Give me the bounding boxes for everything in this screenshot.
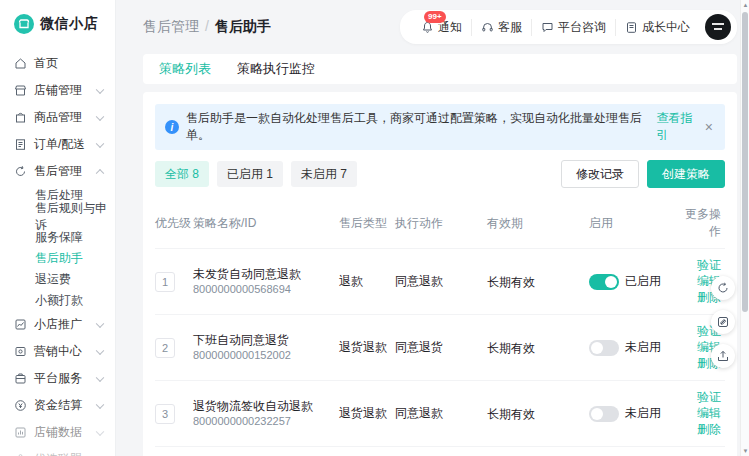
table-row: 3 退货物流签收自动退款8000000000232257 退货退款 同意退款 长…	[155, 380, 725, 446]
table-row: 2 下班自动同意退货8000000000152002 退货退款 同意退货 长期有…	[155, 314, 725, 380]
app-window: 微信小店 首页 店铺管理 商品管理 订单/配送	[0, 0, 749, 456]
close-icon[interactable]: ×	[703, 119, 715, 135]
main-area: 售后管理/售后助手 通知 99+ 客服 平台咨询 成长中心	[116, 0, 749, 456]
sidebar-subitem-small-payment[interactable]: 小额打款	[0, 290, 115, 311]
strategy-name: 退货物流签收自动退款	[193, 398, 339, 414]
chevron-down-icon	[96, 427, 104, 435]
verify-link[interactable]: 验证	[697, 390, 721, 405]
sidebar-item-promotion[interactable]: 小店推广	[0, 311, 115, 338]
sidebar-subitem-aftersale-assistant[interactable]: 售后助手	[0, 248, 115, 269]
filter-all[interactable]: 全部 8	[155, 161, 209, 187]
headset-icon	[481, 21, 494, 34]
exec-action: 同意退款	[395, 273, 487, 290]
sidebar-item-orders[interactable]: 订单/配送	[0, 131, 115, 158]
sidebar-item-aftersale-mgmt[interactable]: 售后管理	[0, 158, 115, 185]
aftersale-refresh-icon	[14, 165, 27, 178]
view-guide-link[interactable]: 查看指引	[656, 110, 702, 144]
chevron-up-icon	[96, 168, 104, 176]
tab-strategy-monitor[interactable]: 策略执行监控	[237, 60, 315, 78]
filter-row: 全部 8 已启用 1 未启用 7 修改记录 创建策略	[155, 160, 725, 188]
priority-badge: 3	[155, 404, 175, 424]
home-icon	[14, 57, 27, 70]
sidebar-item-funds[interactable]: 资金结算	[0, 392, 115, 419]
sidebar-item-platform-service[interactable]: 平台服务	[0, 365, 115, 392]
feedback-float-button[interactable]	[711, 310, 735, 334]
sidebar-item-product-mgmt[interactable]: 商品管理	[0, 104, 115, 131]
exec-action: 同意退货	[395, 339, 487, 356]
app-logo[interactable]: 微信小店	[0, 0, 115, 40]
wechat-shop-logo-icon	[14, 14, 34, 34]
exec-action: 同意退款	[395, 405, 487, 422]
refresh-float-button[interactable]	[711, 276, 735, 300]
platform-consult-button[interactable]: 平台咨询	[531, 19, 615, 36]
sidebar-subitem-rules-appeal[interactable]: 售后规则与申诉	[0, 206, 115, 227]
scroll-up-arrow[interactable]: ▲	[741, 0, 749, 10]
chevron-down-icon	[96, 400, 104, 408]
app-title: 微信小店	[40, 15, 98, 33]
table-header: 优先级 策略名称/ID 售后类型 执行动作 有效期 启用 更多操作	[155, 200, 725, 248]
priority-badge: 2	[155, 338, 175, 358]
merchant-avatar[interactable]	[705, 14, 731, 40]
export-float-button[interactable]	[711, 344, 735, 368]
verify-link[interactable]: 验证	[697, 258, 721, 273]
filter-disabled[interactable]: 未启用 7	[291, 161, 357, 187]
breadcrumb-parent[interactable]: 售后管理	[143, 18, 199, 34]
aftersale-type: 退款	[339, 273, 395, 290]
product-bag-icon	[14, 111, 27, 124]
refresh-icon	[717, 282, 729, 294]
table-row: 4 不退货自动同意直接退款8000000000056001 退货退款 不退货自动…	[155, 446, 725, 456]
notice-count-badge: 99+	[424, 11, 446, 23]
filter-enabled[interactable]: 已启用 1	[217, 161, 283, 187]
export-up-icon	[717, 350, 729, 362]
promotion-chart-icon	[14, 318, 27, 331]
growth-center-button[interactable]: 成长中心	[615, 19, 699, 36]
briefcase-icon	[14, 372, 27, 385]
customer-service-button[interactable]: 客服	[471, 19, 531, 36]
page-title: 售后助手	[215, 18, 271, 34]
sidebar: 微信小店 首页 店铺管理 商品管理 订单/配送	[0, 0, 116, 456]
chevron-down-icon	[96, 346, 104, 354]
sidebar-item-marketing[interactable]: 营销中心	[0, 338, 115, 365]
sidebar-item-store-mgmt[interactable]: 店铺管理	[0, 77, 115, 104]
sidebar-item-alliance[interactable]: 优选联盟	[0, 446, 115, 456]
chevron-down-icon	[96, 85, 104, 93]
floating-toolbar	[711, 276, 735, 368]
order-doc-icon	[14, 138, 27, 151]
top-bar: 售后管理/售后助手 通知 99+ 客服 平台咨询 成长中心	[143, 0, 737, 54]
create-strategy-button[interactable]: 创建策略	[647, 160, 725, 188]
edit-link[interactable]: 编辑	[697, 406, 721, 421]
aftersale-type: 退货退款	[339, 339, 395, 356]
scroll-down-arrow[interactable]: ▼	[741, 446, 749, 456]
notice-button[interactable]: 通知 99+	[412, 19, 471, 36]
marketing-icon	[14, 345, 27, 358]
enable-label: 未启用	[625, 339, 661, 356]
strategy-name: 未发货自动同意退款	[193, 266, 339, 282]
growth-doc-icon	[625, 21, 638, 34]
scrollbar-thumb[interactable]	[742, 12, 748, 312]
sidebar-item-store-data[interactable]: 店铺数据	[0, 419, 115, 446]
sidebar-item-home[interactable]: 首页	[0, 50, 115, 77]
enable-label: 已启用	[625, 273, 661, 290]
sidebar-subitem-return-shipping[interactable]: 退运费	[0, 269, 115, 290]
info-icon: i	[165, 120, 179, 134]
info-banner: i 售后助手是一款自动化处理售后工具，商家可通过配置策略，实现自动化批量处理售后…	[155, 104, 725, 150]
chevron-down-icon	[96, 112, 104, 120]
modify-log-button[interactable]: 修改记录	[561, 160, 639, 188]
tab-strategy-list[interactable]: 策略列表	[159, 60, 211, 78]
chevron-down-icon	[96, 373, 104, 381]
enable-toggle[interactable]	[589, 340, 619, 356]
delete-link[interactable]: 删除	[697, 422, 721, 437]
chat-bubble-icon	[541, 21, 554, 34]
tab-bar: 策略列表 策略执行监控	[143, 54, 737, 84]
breadcrumb: 售后管理/售后助手	[143, 18, 271, 36]
strategy-id: 8000000000568694	[193, 282, 339, 297]
enable-toggle[interactable]	[589, 274, 619, 290]
banner-text: 售后助手是一款自动化处理售后工具，商家可通过配置策略，实现自动化批量处理售后单。	[186, 110, 650, 144]
strategy-name: 下班自动同意退货	[193, 332, 339, 348]
strategy-card: i 售后助手是一款自动化处理售后工具，商家可通过配置策略，实现自动化批量处理售后…	[143, 92, 737, 456]
feedback-pencil-icon	[717, 316, 729, 328]
coin-icon	[14, 399, 27, 412]
data-chart-icon	[14, 426, 27, 439]
sidebar-nav: 首页 店铺管理 商品管理 订单/配送 售后管理 售后处	[0, 50, 115, 456]
enable-toggle[interactable]	[589, 406, 619, 422]
